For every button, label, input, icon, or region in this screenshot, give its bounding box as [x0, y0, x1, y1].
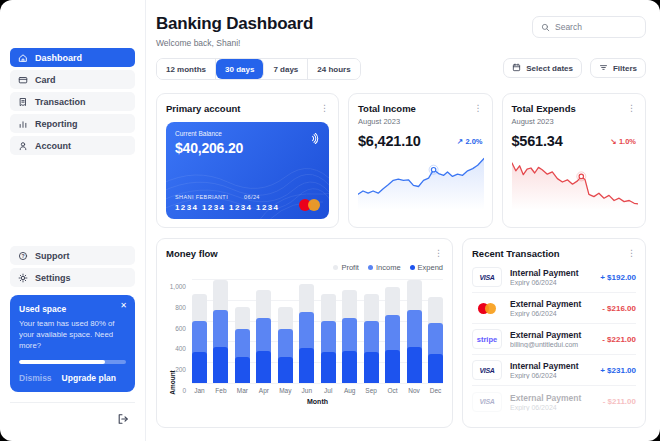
help-icon: ? — [18, 251, 28, 261]
transaction-row[interactable]: VISAInternal PaymentExpiry 06/2024+ $231… — [472, 355, 636, 386]
income-value-row: $6,421.10 ↗ 2.0% — [358, 133, 483, 149]
kebab-menu-icon[interactable]: ⋮ — [627, 104, 636, 113]
x-axis-tick: Oct — [385, 387, 400, 394]
bar-group-feb[interactable] — [213, 279, 228, 383]
search-icon — [541, 18, 550, 36]
used-space-card: Used space ✕ Your team has used 80% of y… — [10, 295, 135, 392]
bar-group-dec[interactable] — [428, 279, 443, 383]
sidebar-item-transaction[interactable]: Transaction — [10, 92, 135, 111]
tab-30-days[interactable]: 30 days — [216, 59, 264, 79]
bar-group-jan[interactable] — [192, 279, 207, 383]
dismiss-button[interactable]: Dismiss — [19, 373, 52, 383]
bar-group-nov[interactable] — [407, 279, 422, 383]
transaction-title: External Payment — [510, 330, 594, 340]
bar-group-jul[interactable] — [321, 279, 336, 383]
select-dates-button[interactable]: Select dates — [503, 58, 582, 78]
transaction-info: External PaymentExpiry 06/2024 — [510, 299, 594, 317]
logout-icon[interactable] — [117, 411, 129, 429]
bar-expend — [192, 352, 207, 383]
kebab-menu-icon[interactable]: ⋮ — [474, 104, 483, 113]
sidebar-item-label: Dashboard — [35, 53, 82, 63]
sidebar-nav: DashboardCardTransactionReportingAccount — [10, 48, 135, 155]
visa-wordmark: VISA — [479, 274, 494, 281]
transaction-row[interactable]: VISAInternal PaymentExpiry 06/2024+ $192… — [472, 262, 636, 293]
mastercard-icon — [299, 199, 320, 211]
bar-group-mar[interactable] — [235, 279, 250, 383]
sidebar-item-account[interactable]: Account — [10, 136, 135, 155]
gear-icon — [18, 273, 28, 283]
bar-group-sep[interactable] — [364, 279, 379, 383]
sidebar-item-dashboard[interactable]: Dashboard — [10, 48, 135, 67]
sidebar-item-settings[interactable]: Settings — [10, 268, 135, 287]
title-block: Banking Dashboard Welcome back, Shani! — [156, 14, 313, 48]
highlighted-data-point — [579, 174, 583, 178]
kebab-menu-icon[interactable]: ⋮ — [434, 249, 443, 258]
sidebar-item-reporting[interactable]: Reporting — [10, 114, 135, 133]
sidebar-item-label: Account — [35, 141, 71, 151]
x-axis-tick: Aug — [342, 387, 357, 394]
used-space-progress-fill — [19, 360, 105, 364]
kebab-menu-icon[interactable]: ⋮ — [320, 104, 329, 113]
income-value: $6,421.10 — [358, 133, 421, 149]
legend-label: Expend — [418, 263, 443, 272]
bar-expend — [428, 354, 443, 383]
income-change-value: 2.0% — [465, 137, 482, 146]
filters-button[interactable]: Filters — [590, 58, 646, 78]
trend-up-icon: ↗ — [457, 137, 463, 146]
page-title: Banking Dashboard — [156, 14, 313, 34]
bar-expend — [213, 347, 228, 383]
close-icon[interactable]: ✕ — [120, 302, 127, 310]
upgrade-plan-button[interactable]: Upgrade plan — [62, 373, 116, 383]
x-axis-tick: Mar — [235, 387, 250, 394]
y-axis-tick: 600 — [166, 325, 186, 332]
total-income-card: Total Income ⋮ August 2023 $6,421.10 ↗ 2… — [348, 93, 493, 228]
visa-logo: VISA — [472, 360, 502, 380]
bar-group-jun[interactable] — [299, 279, 314, 383]
card-head: Recent Transaction ⋮ — [472, 248, 636, 259]
y-axis-tick: 0 — [166, 387, 186, 394]
transaction-row[interactable]: External PaymentExpiry 06/2024- $216.00 — [472, 293, 636, 324]
income-period: August 2023 — [358, 117, 483, 126]
gridline — [192, 383, 443, 384]
x-axis-tick: Jun — [299, 387, 314, 394]
expends-value: $561.34 — [512, 133, 563, 149]
tab-7-days[interactable]: 7 days — [264, 59, 308, 79]
money-flow-title: Money flow — [166, 248, 218, 259]
bar-group-may[interactable] — [278, 279, 293, 383]
kebab-menu-icon[interactable]: ⋮ — [627, 249, 636, 258]
search-box[interactable] — [532, 16, 646, 38]
x-axis-tick: Jan — [192, 387, 207, 394]
bar-chart: Amount 02004006008001,000 — [166, 279, 443, 383]
sidebar-item-support[interactable]: ?Support — [10, 246, 135, 265]
bar-group-aug[interactable] — [342, 279, 357, 383]
calendar-icon — [512, 63, 521, 74]
bar-groups — [192, 279, 443, 383]
sidebar-item-card[interactable]: Card — [10, 70, 135, 89]
x-axis-tick: Dec — [428, 387, 443, 394]
card-expiry: 06/24 — [244, 194, 260, 200]
stripe-logo: stripe — [472, 329, 502, 349]
banking-app: DashboardCardTransactionReportingAccount… — [0, 0, 660, 441]
balance-label: Current Balance — [175, 130, 320, 137]
transaction-subtitle: Expiry 06/2024 — [510, 310, 594, 317]
y-axis-tick: 800 — [166, 304, 186, 311]
transaction-subtitle: Expiry 06/2024 — [510, 279, 592, 286]
tab-24-hours[interactable]: 24 hours — [308, 59, 359, 79]
credit-card[interactable]: Current Balance $40,206.20 SHANI FEBRIAN… — [166, 122, 329, 219]
card-head: Money flow ⋮ — [166, 248, 443, 259]
x-axis-tick: Nov — [407, 387, 422, 394]
bar-group-oct[interactable] — [385, 279, 400, 383]
transaction-row[interactable]: stripeExternal Paymentbilling@untitledui… — [472, 324, 636, 355]
bar-expend — [278, 357, 293, 383]
total-expends-card: Total Expends ⋮ August 2023 $561.34 ↘ 1.… — [502, 93, 647, 228]
transaction-row[interactable]: VISAExternal PaymentExpiry 06/2024- $211… — [472, 386, 636, 417]
total-income-title: Total Income — [358, 103, 416, 114]
tab-12-months[interactable]: 12 months — [157, 59, 216, 79]
bar-expend — [385, 350, 400, 383]
time-range-tabs: 12 months30 days7 days24 hours — [156, 58, 361, 80]
search-input[interactable] — [555, 22, 637, 32]
legend-label: Profit — [341, 263, 359, 272]
transaction-amount: + $192.00 — [600, 273, 636, 282]
legend-dot — [368, 265, 373, 270]
bar-group-apr[interactable] — [256, 279, 271, 383]
